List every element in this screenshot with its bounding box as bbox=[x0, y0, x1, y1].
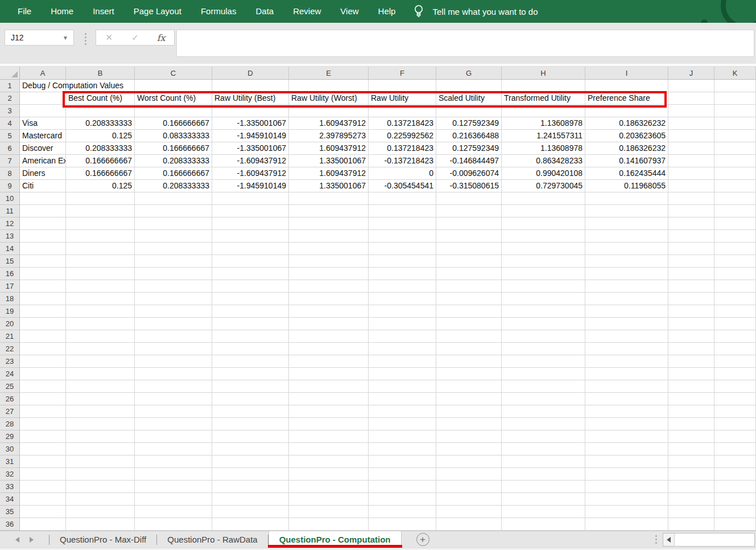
row-header-17[interactable]: 17 bbox=[0, 280, 20, 293]
row-header-33[interactable]: 33 bbox=[0, 481, 20, 493]
cell-value[interactable]: 0.208333333 bbox=[135, 180, 212, 192]
row-header-1[interactable]: 1 bbox=[0, 80, 20, 92]
row-header-30[interactable]: 30 bbox=[0, 443, 20, 455]
cell-header-raw-utility-worst-[interactable]: Raw Utility (Worst) bbox=[289, 92, 368, 105]
row-header-4[interactable]: 4 bbox=[0, 117, 20, 130]
column-header-I[interactable]: I bbox=[585, 67, 668, 80]
cell-value[interactable]: 0.729730045 bbox=[502, 180, 585, 192]
cell-label-discover[interactable]: Discover bbox=[20, 142, 65, 155]
cell-value[interactable]: 0.863428233 bbox=[502, 155, 585, 167]
row-header-12[interactable]: 12 bbox=[0, 217, 20, 230]
row-header-23[interactable]: 23 bbox=[0, 355, 20, 368]
cell-value[interactable]: 1.335001067 bbox=[289, 180, 368, 192]
cell-value[interactable]: -1.609437912 bbox=[212, 155, 288, 167]
cell-value[interactable]: 0.11968055 bbox=[585, 180, 668, 192]
cell-header-raw-utility-best-[interactable]: Raw Utility (Best) bbox=[212, 92, 288, 105]
cell-value[interactable]: 0.225992562 bbox=[369, 130, 436, 142]
cell-value[interactable]: 0.127592349 bbox=[436, 142, 501, 155]
row-header-19[interactable]: 19 bbox=[0, 305, 20, 318]
sheet-tab-questionpro-rawdata[interactable]: QuestionPro - RawData bbox=[157, 531, 267, 548]
horizontal-scrollbar[interactable] bbox=[663, 533, 755, 547]
ribbon-tab-home[interactable]: Home bbox=[41, 0, 83, 23]
cell-value[interactable]: 1.13608978 bbox=[502, 142, 585, 155]
enter-icon[interactable]: ✓ bbox=[126, 32, 143, 43]
cell-value[interactable]: 1.13608978 bbox=[502, 117, 585, 130]
cell-value[interactable]: 1.609437912 bbox=[289, 117, 368, 130]
row-header-9[interactable]: 9 bbox=[0, 180, 20, 192]
select-all-corner[interactable] bbox=[0, 67, 20, 80]
cell-value[interactable]: 0.186326232 bbox=[585, 117, 668, 130]
row-header-36[interactable]: 36 bbox=[0, 518, 20, 531]
row-header-2[interactable]: 2 bbox=[0, 92, 20, 105]
cell-grid[interactable]: Debug / Computation ValuesBest Count (%)… bbox=[20, 80, 756, 531]
name-box[interactable]: J12 ▼ bbox=[5, 30, 74, 46]
cell-value[interactable]: 0.083333333 bbox=[135, 130, 212, 142]
cell-value[interactable]: 1.609437912 bbox=[289, 167, 368, 180]
row-header-29[interactable]: 29 bbox=[0, 430, 20, 443]
column-header-E[interactable]: E bbox=[289, 67, 369, 80]
row-header-11[interactable]: 11 bbox=[0, 205, 20, 217]
ribbon-tab-page-layout[interactable]: Page Layout bbox=[124, 0, 191, 23]
row-header-21[interactable]: 21 bbox=[0, 330, 20, 343]
cell-label-mastercard[interactable]: Mastercard bbox=[20, 130, 65, 142]
cell-value[interactable]: 0.208333333 bbox=[66, 142, 134, 155]
cell-value[interactable]: 1.335001067 bbox=[289, 155, 368, 167]
ribbon-tab-insert[interactable]: Insert bbox=[83, 0, 124, 23]
cell-value[interactable]: 0.137218423 bbox=[369, 142, 436, 155]
row-header-34[interactable]: 34 bbox=[0, 493, 20, 506]
row-header-18[interactable]: 18 bbox=[0, 293, 20, 305]
row-header-31[interactable]: 31 bbox=[0, 455, 20, 468]
cell-value[interactable]: 0.166666667 bbox=[135, 117, 212, 130]
scroll-left-icon[interactable] bbox=[663, 533, 675, 546]
cell-value[interactable]: -1.945910149 bbox=[212, 130, 288, 142]
row-header-20[interactable]: 20 bbox=[0, 318, 20, 330]
row-header-14[interactable]: 14 bbox=[0, 243, 20, 255]
cell-value[interactable]: 0.216366488 bbox=[436, 130, 501, 142]
new-sheet-button[interactable]: + bbox=[416, 533, 429, 546]
cell-value[interactable]: 0.137218423 bbox=[369, 117, 436, 130]
cell-header-transformed-utility[interactable]: Transformed Utility bbox=[502, 92, 585, 105]
ribbon-tab-review[interactable]: Review bbox=[283, 0, 331, 23]
column-header-F[interactable]: F bbox=[369, 67, 436, 80]
cell-value[interactable]: 0.127592349 bbox=[436, 117, 501, 130]
cell-header-raw-utility[interactable]: Raw Utility bbox=[369, 92, 436, 105]
cell-label-diners[interactable]: Diners bbox=[20, 167, 65, 180]
cell-value[interactable]: 0.125 bbox=[66, 130, 134, 142]
cell-value[interactable]: -0.137218423 bbox=[369, 155, 436, 167]
cell-value[interactable]: 0.166666667 bbox=[66, 155, 134, 167]
cell-value[interactable]: 0.208333333 bbox=[66, 117, 134, 130]
row-header-35[interactable]: 35 bbox=[0, 506, 20, 518]
scrollbar-track[interactable] bbox=[675, 533, 754, 546]
cell-value[interactable]: 0 bbox=[369, 167, 436, 180]
column-header-B[interactable]: B bbox=[66, 67, 135, 80]
tabbar-grip[interactable] bbox=[655, 535, 657, 544]
sheet-tab-questionpro-computation[interactable]: QuestionPro - Computation bbox=[268, 531, 402, 548]
row-header-5[interactable]: 5 bbox=[0, 130, 20, 142]
ribbon-tab-help[interactable]: Help bbox=[369, 0, 406, 23]
ribbon-tab-formulas[interactable]: Formulas bbox=[191, 0, 246, 23]
row-header-10[interactable]: 10 bbox=[0, 192, 20, 205]
formula-bar-grip[interactable] bbox=[85, 33, 86, 45]
sheet-tab-questionpro-max-diff[interactable]: QuestionPro - Max-Diff bbox=[49, 531, 156, 548]
cell-value[interactable]: 0.125 bbox=[66, 180, 134, 192]
cell-header-scaled-utility[interactable]: Scaled Utility bbox=[436, 92, 501, 105]
column-header-K[interactable]: K bbox=[714, 67, 756, 80]
cell-value[interactable]: -1.335001067 bbox=[212, 142, 288, 155]
row-header-8[interactable]: 8 bbox=[0, 167, 20, 180]
cell-header-best-count-[interactable]: Best Count (%) bbox=[66, 92, 134, 105]
cell-value[interactable]: 0.186326232 bbox=[585, 142, 668, 155]
row-header-27[interactable]: 27 bbox=[0, 405, 20, 418]
column-header-A[interactable]: A bbox=[20, 67, 66, 80]
cell-value[interactable]: 0.990420108 bbox=[502, 167, 585, 180]
column-header-J[interactable]: J bbox=[668, 67, 714, 80]
column-header-D[interactable]: D bbox=[212, 67, 289, 80]
ribbon-tab-view[interactable]: View bbox=[331, 0, 368, 23]
row-header-6[interactable]: 6 bbox=[0, 142, 20, 155]
insert-function-icon[interactable]: fx bbox=[152, 32, 170, 43]
cell-value[interactable]: 1.609437912 bbox=[289, 142, 368, 155]
cell-value[interactable]: -0.146844497 bbox=[436, 155, 501, 167]
cell-value[interactable]: -1.335001067 bbox=[212, 117, 288, 130]
cell-value[interactable]: -0.315080615 bbox=[436, 180, 501, 192]
cell-value[interactable]: 2.397895273 bbox=[289, 130, 368, 142]
column-header-G[interactable]: G bbox=[436, 67, 502, 80]
